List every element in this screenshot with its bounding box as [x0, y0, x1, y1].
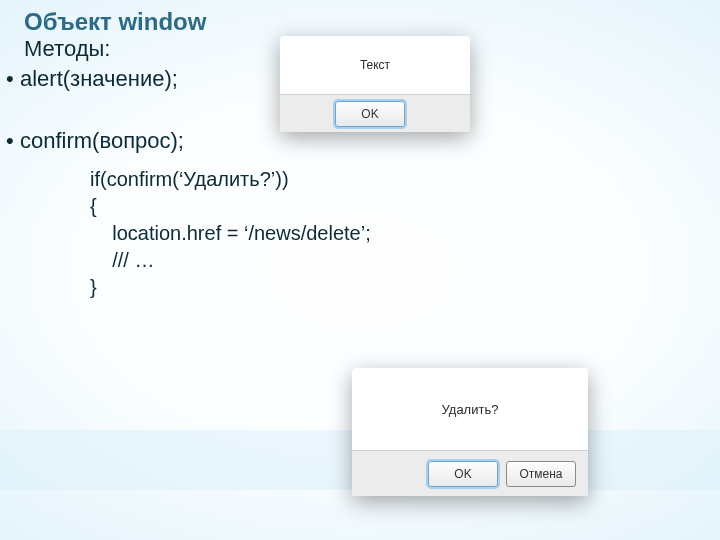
confirm-button-bar: OK Отмена: [352, 450, 588, 496]
page-title: Объект window: [24, 8, 720, 36]
code-line: }: [90, 276, 97, 298]
code-line: {: [90, 195, 97, 217]
code-line: /// …: [90, 249, 154, 271]
ok-button[interactable]: OK: [428, 461, 498, 487]
alert-dialog: Текст OK: [280, 36, 470, 132]
code-line: if(confirm(‘Удалить?’)): [90, 168, 289, 190]
code-line: location.href = ‘/news/delete’;: [90, 222, 371, 244]
alert-button-bar: OK: [280, 94, 470, 132]
confirm-dialog: Удалить? OK Отмена: [352, 368, 588, 496]
ok-button[interactable]: OK: [335, 101, 405, 127]
confirm-message: Удалить?: [352, 368, 588, 450]
code-snippet: if(confirm(‘Удалить?’)) { location.href …: [90, 166, 720, 301]
cancel-button[interactable]: Отмена: [506, 461, 576, 487]
alert-message: Текст: [280, 36, 470, 94]
